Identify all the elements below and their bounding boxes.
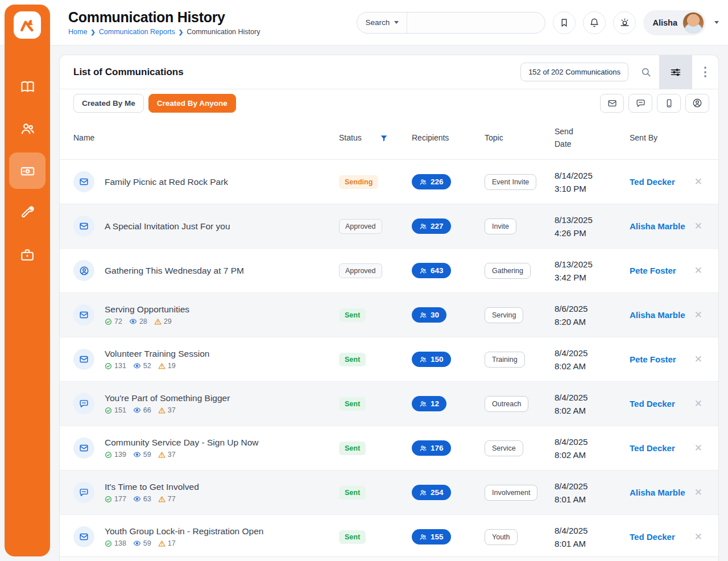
- people-icon: [419, 400, 427, 408]
- communication-name[interactable]: Serving Opportunities: [105, 304, 189, 315]
- filter-email-button[interactable]: [600, 94, 624, 113]
- user-menu-caret[interactable]: [714, 21, 719, 24]
- table-row[interactable]: Volunteer Training Session 131 52 19: [60, 337, 718, 382]
- warning-triangle-icon: [158, 407, 166, 414]
- breadcrumb-home[interactable]: Home: [68, 28, 87, 36]
- send-date: 8/4/2025 8:02 AM: [555, 391, 630, 418]
- send-date: 8/6/2025 8:20 AM: [555, 302, 630, 329]
- created-by-anyone-button[interactable]: Created By Anyone: [148, 94, 236, 113]
- recipients-badge: 30: [412, 307, 446, 323]
- phone-icon: [664, 98, 674, 108]
- filter-sms-button[interactable]: [628, 94, 652, 113]
- remove-row-button[interactable]: ✕: [692, 218, 705, 234]
- communication-name[interactable]: It's Time to Get Involved: [105, 482, 199, 492]
- sent-by-link[interactable]: Ted Decker: [630, 531, 688, 543]
- sidebar-item-library[interactable]: [9, 68, 46, 105]
- remove-row-button[interactable]: ✕: [692, 440, 705, 456]
- failed-stat: 77: [158, 495, 176, 503]
- delivery-stats: 138 59 17: [105, 539, 263, 547]
- check-circle-icon: [105, 362, 112, 370]
- remove-row-button[interactable]: ✕: [692, 307, 705, 323]
- table-row[interactable]: Youth Group Lock-in - Registration Open …: [60, 515, 718, 556]
- communication-name[interactable]: Youth Group Lock-in - Registration Open: [105, 526, 263, 537]
- delivery-stats: 72 28 29: [105, 317, 189, 325]
- sent-by-link[interactable]: Alisha Marble: [630, 220, 688, 232]
- column-name[interactable]: Name: [73, 132, 339, 145]
- bookmark-button[interactable]: [553, 11, 576, 34]
- bell-icon: [589, 18, 599, 28]
- communication-name[interactable]: Community Service Day - Sign Up Now: [105, 438, 258, 448]
- status-badge: Sending: [339, 175, 378, 189]
- sidebar-item-finance[interactable]: [9, 152, 46, 189]
- remove-row-button[interactable]: ✕: [692, 174, 705, 190]
- send-date: 8/13/2025 4:26 PM: [555, 213, 630, 240]
- check-circle-icon: [105, 496, 112, 503]
- column-sent-by[interactable]: Sent By: [630, 132, 688, 145]
- remove-row-button[interactable]: ✕: [692, 262, 705, 279]
- grid-filter-button[interactable]: [659, 55, 692, 89]
- rock-logo[interactable]: [14, 11, 41, 39]
- remove-row-button[interactable]: ✕: [692, 351, 705, 368]
- sent-by-link[interactable]: Alisha Marble: [630, 309, 688, 321]
- sent-by-link[interactable]: Pete Foster: [630, 265, 688, 277]
- recipients-badge: 254: [412, 485, 451, 500]
- chat-icon: [636, 98, 646, 108]
- sidebar: [5, 5, 50, 556]
- sent-by-link[interactable]: Ted Decker: [630, 176, 688, 188]
- communication-name[interactable]: You're Part of Something Bigger: [105, 393, 230, 403]
- theme-toggle-button[interactable]: [613, 11, 636, 34]
- communication-name[interactable]: A Special Invitation Just For you: [105, 221, 230, 232]
- warning-triangle-icon: [154, 318, 162, 325]
- opened-stat: 63: [133, 495, 151, 503]
- filter-funnel-icon[interactable]: [380, 134, 388, 142]
- remove-row-button[interactable]: ✕: [692, 395, 705, 412]
- delivered-stat: 131: [105, 362, 126, 370]
- sidebar-item-work[interactable]: [9, 237, 46, 273]
- column-send-date[interactable]: Send Date: [555, 126, 630, 150]
- sent-by-link[interactable]: Ted Decker: [630, 442, 688, 454]
- sent-by-link[interactable]: Pete Foster: [630, 353, 688, 365]
- breadcrumb-separator: ❯: [90, 29, 95, 35]
- remove-row-button[interactable]: ✕: [692, 529, 705, 545]
- table-row[interactable]: You're Part of Something Bigger 151 66 3…: [60, 382, 718, 426]
- grid-options-button[interactable]: [692, 55, 718, 89]
- communication-name[interactable]: Family Picnic at Red Rock Park: [105, 177, 228, 187]
- filter-recipient-button[interactable]: [685, 94, 709, 113]
- opened-stat: 66: [133, 406, 151, 414]
- created-by-me-button[interactable]: Created By Me: [73, 94, 144, 113]
- table-row[interactable]: Gathering This Wednesday at 7 PM Approve…: [60, 249, 718, 293]
- filter-push-button[interactable]: [657, 94, 681, 113]
- breadcrumb-communication-reports[interactable]: Communication Reports: [99, 28, 175, 36]
- failed-stat: 29: [154, 317, 172, 325]
- people-icon: [419, 356, 427, 364]
- status-badge: Approved: [339, 263, 382, 278]
- remove-row-button[interactable]: ✕: [692, 484, 705, 501]
- table-row[interactable]: Family Picnic at Red Rock Park Sending 2…: [60, 160, 718, 204]
- avatar: [682, 12, 704, 34]
- table-row[interactable]: Serving Opportunities 72 28 29: [60, 293, 718, 337]
- table-row[interactable]: Community Service Day - Sign Up Now 139 …: [60, 426, 718, 471]
- failed-stat: 17: [158, 539, 176, 547]
- sidebar-item-people[interactable]: [9, 110, 46, 147]
- send-date: 8/14/2025 3:10 PM: [555, 169, 630, 196]
- search-mode-dropdown[interactable]: Search: [357, 13, 407, 33]
- sent-by-link[interactable]: Alisha Marble: [630, 486, 688, 498]
- table-row[interactable]: It's Time to Get Involved 177 63 77: [60, 471, 718, 515]
- communication-name[interactable]: Volunteer Training Session: [105, 349, 209, 359]
- sidebar-item-tools[interactable]: [9, 195, 46, 231]
- sent-by-link[interactable]: Ted Decker: [630, 398, 688, 410]
- notifications-button[interactable]: [583, 11, 606, 34]
- communication-name[interactable]: Gathering This Wednesday at 7 PM: [105, 266, 244, 276]
- send-date: 8/4/2025 8:01 AM: [555, 524, 630, 551]
- grid-search-button[interactable]: [633, 55, 659, 89]
- user-menu[interactable]: Alisha: [643, 10, 706, 35]
- warning-triangle-icon: [158, 362, 166, 370]
- page-title: Communication History: [68, 9, 260, 26]
- column-topic[interactable]: Topic: [485, 132, 555, 145]
- column-status[interactable]: Status: [339, 132, 412, 145]
- people-icon: [419, 311, 427, 319]
- global-search-input[interactable]: [407, 13, 545, 33]
- column-recipients[interactable]: Recipients: [412, 132, 485, 145]
- main-content: List of Communications 152 of 202 Commun…: [0, 46, 728, 561]
- table-row[interactable]: A Special Invitation Just For you Approv…: [60, 204, 718, 249]
